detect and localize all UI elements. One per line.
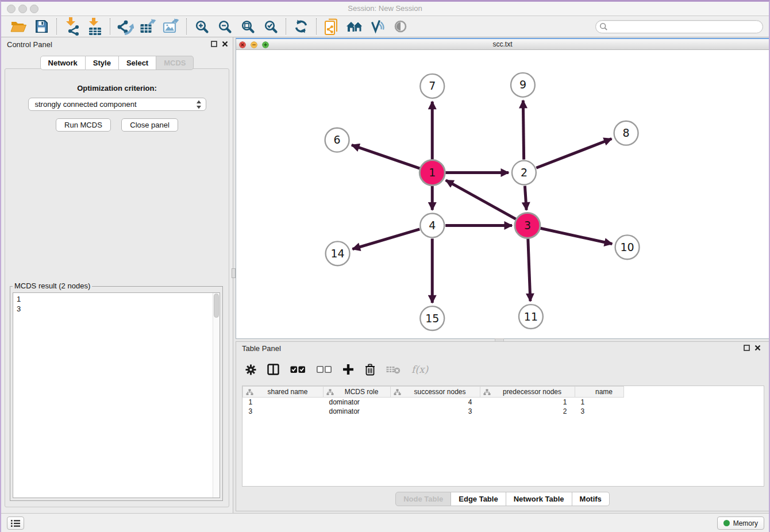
table-cell[interactable]: 1	[243, 398, 324, 407]
unselect-all-columns-button[interactable]	[317, 366, 332, 373]
memory-button[interactable]: Memory	[717, 516, 764, 530]
network-canvas[interactable]: 7968124314101511	[236, 51, 769, 338]
toolbar-separator	[316, 18, 317, 34]
delete-table-button[interactable]	[386, 365, 401, 374]
table-cell[interactable]: dominator	[324, 398, 391, 407]
search-input[interactable]	[595, 20, 763, 33]
home-button[interactable]	[343, 17, 366, 36]
float-table-panel-icon[interactable]	[744, 345, 750, 351]
window-title: Session: New Session	[1, 4, 769, 13]
create-column-button[interactable]	[342, 364, 354, 375]
table-cell[interactable]: 1	[575, 398, 624, 407]
mcds-result-text: 1 3	[13, 293, 212, 498]
column-header-mcds-role[interactable]: MCDS role	[324, 387, 391, 398]
column-header-predecessor-nodes[interactable]: predecessor nodes	[480, 387, 575, 398]
toolbar-separator	[286, 18, 286, 34]
table-panel-title: Table Panel	[242, 344, 281, 353]
open-folder-icon	[10, 20, 26, 33]
graphics-details-button[interactable]	[366, 17, 389, 36]
table-tab-network-table[interactable]: Network Table	[506, 492, 572, 506]
graph-node-label-7: 7	[429, 79, 436, 92]
attribute-tree-icon	[394, 389, 401, 396]
result-scrollbar-thumb[interactable]	[214, 294, 219, 318]
export-table-button[interactable]	[137, 17, 160, 36]
hide-panels-button[interactable]	[389, 17, 412, 36]
close-table-panel-icon[interactable]	[754, 345, 761, 351]
result-scrollbar-track[interactable]	[213, 293, 220, 498]
table-panel-tabs: Node TableEdge TableNetwork TableMotifs	[236, 492, 769, 506]
apply-layout-button[interactable]	[290, 17, 313, 36]
table-cell[interactable]: 2	[480, 407, 575, 416]
clone-network-button[interactable]	[320, 17, 343, 36]
zoom-fit-button[interactable]	[236, 17, 259, 36]
table-settings-button[interactable]	[245, 364, 256, 375]
zoom-out-icon	[218, 20, 232, 34]
export-image-button[interactable]	[160, 17, 183, 36]
table-cell[interactable]: 3	[391, 407, 480, 416]
save-session-button[interactable]	[30, 17, 53, 36]
attribute-tree-icon	[483, 389, 491, 396]
delete-column-button[interactable]	[365, 364, 375, 376]
import-network-button[interactable]	[60, 17, 83, 36]
table-cell[interactable]: 4	[391, 398, 480, 407]
column-header-successor-nodes[interactable]: successor nodes	[391, 387, 480, 398]
close-panel-icon[interactable]	[222, 41, 228, 47]
graph-edge-3-1[interactable]	[446, 180, 516, 219]
table-tab-motifs[interactable]: Motifs	[572, 492, 610, 506]
table-row[interactable]: 3dominator323	[243, 407, 624, 416]
export-network-button[interactable]	[114, 17, 137, 36]
column-header-name[interactable]: name	[575, 387, 624, 398]
clone-network-icon	[324, 18, 339, 36]
close-panel-button[interactable]: Close panel	[121, 118, 178, 132]
table-cell[interactable]: 3	[243, 407, 324, 416]
zoom-out-button[interactable]	[213, 17, 236, 36]
run-mcds-button[interactable]: Run MCDS	[56, 118, 111, 132]
graph-edge-2-9[interactable]	[523, 101, 523, 160]
column-header-shared-name[interactable]: shared name	[243, 387, 324, 398]
control-panel: Control Panel NetworkStyleSelectMCDS Opt…	[1, 37, 233, 513]
table-toolbar: f(x)	[245, 359, 763, 380]
memory-status-dot	[723, 520, 730, 526]
tab-network[interactable]: Network	[40, 56, 86, 70]
float-panel-icon[interactable]	[211, 41, 217, 47]
vertical-divider-handle[interactable]	[232, 268, 236, 278]
graph-node-label-4: 4	[429, 219, 436, 232]
table-cell[interactable]: dominator	[324, 407, 391, 416]
task-history-button[interactable]	[7, 516, 24, 530]
select-all-columns-button[interactable]	[290, 366, 306, 373]
zoom-selected-button[interactable]	[259, 17, 282, 36]
tab-mcds[interactable]: MCDS	[156, 56, 194, 70]
right-column: scc.txt 7968124314101511	[233, 37, 769, 513]
graph-edge-2-3[interactable]	[525, 186, 526, 210]
graph-edge-1-6[interactable]	[352, 145, 419, 168]
main-toolbar	[1, 16, 769, 37]
table-tab-node-table[interactable]: Node Table	[395, 492, 451, 506]
show-column-panel-button[interactable]	[267, 364, 279, 375]
network-graph[interactable]: 7968124314101511	[236, 51, 769, 338]
zoom-fit-icon	[241, 20, 255, 34]
graph-edge-3-11[interactable]	[528, 238, 530, 301]
function-builder-button[interactable]: f(x)	[411, 364, 428, 375]
plus-icon	[342, 364, 354, 375]
import-table-button[interactable]	[83, 17, 106, 36]
tab-select[interactable]: Select	[119, 56, 156, 70]
network-window-titlebar: scc.txt	[236, 39, 769, 50]
tab-style[interactable]: Style	[86, 56, 119, 70]
mcds-result-box[interactable]: 1 3	[13, 292, 220, 498]
window-titlebar: Session: New Session	[1, 2, 769, 16]
table-row[interactable]: 1dominator411	[243, 398, 624, 407]
memory-label: Memory	[733, 519, 758, 527]
node-table-grid: shared nameMCDS rolesuccessor nodesprede…	[242, 386, 624, 416]
import-network-icon	[64, 17, 80, 36]
export-table-icon	[140, 18, 157, 35]
table-cell[interactable]: 1	[480, 398, 575, 407]
graph-edge-4-14[interactable]	[352, 229, 419, 249]
optimization-criterion-select[interactable]: strongly connected component	[28, 98, 206, 111]
graph-edge-3-10[interactable]	[540, 228, 612, 244]
graph-edge-2-8[interactable]	[536, 138, 611, 168]
table-cell[interactable]: 3	[575, 407, 624, 416]
table-tab-edge-table[interactable]: Edge Table	[451, 492, 506, 506]
zoom-in-button[interactable]	[190, 17, 213, 36]
import-table-icon	[87, 18, 102, 36]
open-session-button[interactable]	[7, 17, 30, 36]
